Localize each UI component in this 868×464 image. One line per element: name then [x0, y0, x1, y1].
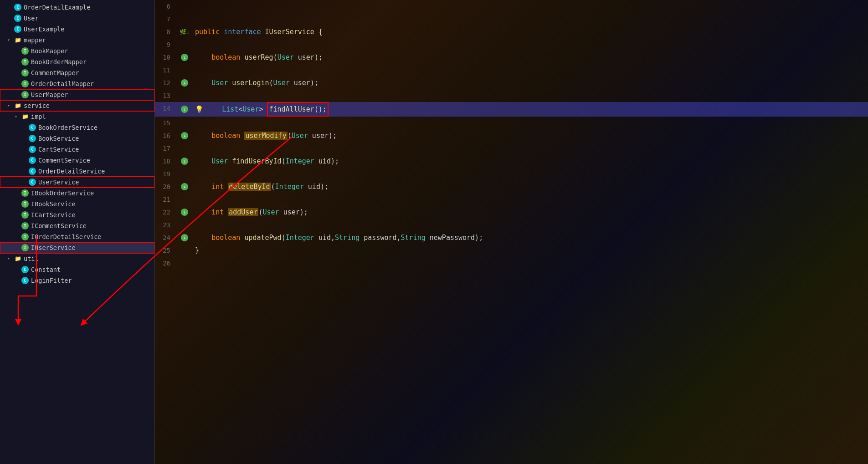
code-line-22: 22↓ int addUser(User user); — [155, 206, 868, 219]
sidebar-item-util[interactable]: ▾📁util — [0, 253, 154, 264]
sidebar-item-bookorderservice[interactable]: CBookOrderService — [0, 122, 154, 133]
sidebar-item-ibookorderservice[interactable]: IIBookOrderService — [0, 188, 154, 199]
sidebar-item-bookmapper[interactable]: IBookMapper — [0, 46, 154, 56]
sidebar-item-iuserservice[interactable]: IIUserService — [0, 242, 154, 253]
line-gutter: ↓ — [178, 102, 191, 117]
line-content: User findUserById(Integer uid); — [191, 155, 868, 168]
line-number: 13 — [155, 89, 178, 102]
line-gutter — [178, 142, 191, 155]
sidebar-item-loginfilter[interactable]: CLoginFilter — [0, 275, 154, 286]
chevron-icon: ▾ — [15, 114, 20, 119]
gutter-dot: ↓ — [181, 234, 188, 241]
gutter-dot: ↓ — [181, 158, 188, 165]
type-icon: I — [21, 91, 29, 98]
code-line-6: 6 — [155, 0, 868, 13]
type-icon: C — [14, 25, 21, 33]
item-label: OrderDetailExample — [24, 4, 90, 11]
line-gutter — [178, 168, 191, 180]
sidebar-item-icommentservice[interactable]: IICommentService — [0, 220, 154, 231]
line-content — [191, 219, 868, 231]
line-gutter: ↓ — [178, 129, 191, 142]
sidebar-item-mapper[interactable]: ▾📁mapper — [0, 35, 154, 46]
line-content — [191, 64, 868, 76]
line-content — [191, 193, 868, 206]
line-number: 15 — [155, 117, 178, 129]
line-content — [191, 89, 868, 102]
sidebar-item-impl[interactable]: ▾📁impl — [0, 111, 154, 122]
code-line-7: 7 — [155, 13, 868, 25]
line-content: int addUser(User user); — [191, 206, 868, 219]
code-line-16: 16↓ boolean userModify(User user); — [155, 129, 868, 142]
code-line-15: 15 — [155, 117, 868, 129]
item-label: ICartService — [31, 211, 76, 219]
item-label: ICommentService — [31, 222, 87, 229]
item-label: IOrderDetailService — [31, 233, 101, 240]
sidebar-item-icartservice[interactable]: IICartService — [0, 209, 154, 220]
item-label: IBookService — [31, 200, 76, 208]
line-number: 12 — [155, 76, 178, 89]
sidebar-item-usermapper[interactable]: IUserMapper — [0, 89, 154, 100]
line-number: 26 — [155, 257, 178, 270]
sidebar-item-commentservice[interactable]: CCommentService — [0, 155, 154, 166]
sidebar-item-orderdetailservice[interactable]: COrderDetailService — [0, 166, 154, 177]
sidebar-item-constant[interactable]: CConstant — [0, 264, 154, 275]
item-label: BookOrderService — [38, 124, 98, 131]
line-number: 14 — [155, 102, 178, 117]
line-gutter — [178, 117, 191, 129]
sidebar-item-orderdetailexample[interactable]: COrderDetailExample — [0, 2, 154, 13]
item-label: UserService — [38, 178, 79, 186]
item-label: BookService — [38, 135, 79, 142]
line-content: } — [191, 244, 868, 257]
sidebar-item-iorderdetailservice[interactable]: IIOrderDetailService — [0, 231, 154, 242]
sidebar-item-user[interactable]: CUser — [0, 13, 154, 24]
sidebar-item-ibookservice[interactable]: IIBookService — [0, 199, 154, 209]
file-tree[interactable]: COrderDetailExampleCUserCUserExample▾📁ma… — [0, 0, 155, 464]
type-icon: I — [21, 233, 29, 240]
item-label: BookOrderMapper — [31, 58, 87, 66]
type-icon: C — [14, 4, 21, 11]
code-line-23: 23 — [155, 219, 868, 231]
type-icon: I — [21, 69, 29, 76]
item-label: service — [24, 102, 50, 109]
line-content — [191, 117, 868, 129]
code-line-20: 20↓ int deleteById(Integer uid); — [155, 180, 868, 193]
line-number: 7 — [155, 13, 178, 25]
type-icon: C — [21, 266, 29, 273]
line-number: 16 — [155, 129, 178, 142]
line-content: boolean userReg(User user); — [191, 51, 868, 64]
sidebar-item-userexample[interactable]: CUserExample — [0, 24, 154, 35]
sidebar-item-orderdetailmapper[interactable]: IOrderDetailMapper — [0, 78, 154, 89]
sidebar-item-bookservice[interactable]: CBookService — [0, 133, 154, 144]
folder-icon: 📁 — [21, 113, 29, 120]
type-icon: I — [21, 211, 29, 219]
item-label: Constant — [31, 266, 61, 273]
line-number: 11 — [155, 64, 178, 76]
item-label: mapper — [24, 36, 46, 44]
gutter-dot: ↓ — [181, 209, 188, 216]
line-content — [191, 257, 868, 270]
item-label: User — [24, 15, 39, 22]
sidebar-item-service[interactable]: ▾📁service — [0, 100, 154, 111]
type-icon: C — [29, 168, 36, 175]
line-content: int deleteById(Integer uid); — [191, 180, 868, 193]
type-icon: I — [21, 222, 29, 229]
line-content: boolean updatePwd(Integer uid,String pas… — [191, 231, 868, 244]
line-gutter: ↓ — [178, 51, 191, 64]
line-gutter — [178, 219, 191, 231]
code-line-11: 11 — [155, 64, 868, 76]
line-gutter — [178, 89, 191, 102]
line-content — [191, 142, 868, 155]
sidebar-item-userservice[interactable]: CUserService — [0, 177, 154, 188]
sidebar-item-cartservice[interactable]: CCartService — [0, 144, 154, 155]
line-number: 21 — [155, 193, 178, 206]
line-gutter: ↓ — [178, 76, 191, 89]
sidebar-item-bookordermapper[interactable]: IBookOrderMapper — [0, 56, 154, 67]
code-line-17: 17 — [155, 142, 868, 155]
sidebar-item-commentmapper[interactable]: ICommentMapper — [0, 67, 154, 78]
line-number: 23 — [155, 219, 178, 231]
line-gutter: ↓ — [178, 206, 191, 219]
line-number: 17 — [155, 142, 178, 155]
code-editor: 678🌿↓public interface IUserService {910↓… — [155, 0, 868, 464]
type-icon: C — [29, 178, 36, 186]
type-icon: C — [29, 124, 36, 131]
